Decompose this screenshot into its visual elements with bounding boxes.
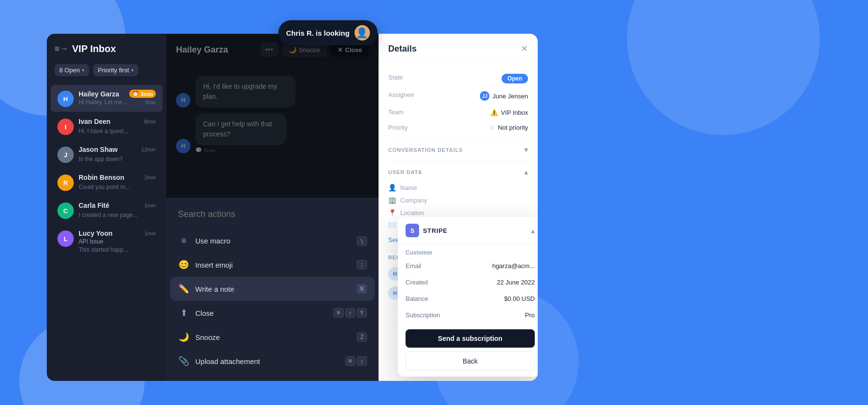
- list-item[interactable]: H Hailey Garza ⏰ 3min Hi Hailey. Let me.…: [51, 85, 163, 112]
- agent-avatar: 👤: [354, 25, 370, 40]
- team-name: VIP Inbox: [501, 109, 528, 116]
- open-count-filter[interactable]: 8 Open ▾: [54, 64, 89, 76]
- user-data-section: USER DATA ▴: [388, 161, 528, 179]
- sort-filter[interactable]: Priority first ▾: [93, 64, 138, 76]
- user-data-company: 🏢 Company: [388, 194, 528, 206]
- action-use-macro[interactable]: ≡ Use macro \: [170, 229, 375, 253]
- assignee-name: June Jensen: [492, 93, 528, 100]
- user-data-name: 👤 Name: [388, 181, 528, 194]
- chat-panel: Hailey Garza ••• 🌙 Snooze ✕ Close H Hi, …: [166, 34, 379, 381]
- tooltip-text: Chris R. is looking: [286, 29, 350, 37]
- details-header: Details ✕: [379, 34, 538, 62]
- avatar: R: [57, 175, 74, 191]
- chevron-down-icon: ▾: [131, 68, 134, 73]
- chevron-up-icon[interactable]: ▴: [524, 167, 528, 176]
- location-icon: 📍: [388, 209, 396, 216]
- stripe-logo: S: [406, 224, 419, 237]
- avatar: L: [57, 230, 74, 247]
- inbox-icon: ≡→: [54, 44, 68, 54]
- action-write-note[interactable]: ✏️ Write a note N: [170, 277, 375, 301]
- snooze-action-icon: 🌙: [178, 332, 190, 342]
- stripe-subscription-row: Subscription Pro: [398, 307, 538, 324]
- stripe-brand: STRIPE: [423, 227, 448, 234]
- warning-icon: ⚠️: [490, 108, 498, 116]
- back-button[interactable]: Back: [406, 351, 535, 371]
- sidebar: ≡→ VIP Inbox 8 Open ▾ Priority first ▾ H…: [47, 34, 166, 381]
- agent-looking-tooltip: Chris R. is looking 👤: [278, 20, 378, 45]
- stripe-header: S STRIPE ▴: [398, 217, 538, 244]
- stripe-email-row: Email hgarza@acm...: [398, 258, 538, 274]
- sidebar-header: ≡→ VIP Inbox: [47, 34, 166, 62]
- chevron-down-icon[interactable]: ▾: [524, 145, 528, 154]
- building-icon: 🏢: [388, 196, 396, 204]
- avatar: I: [57, 119, 74, 135]
- details-panel: Details ✕ State Open Assignee JJ June Je…: [379, 34, 538, 381]
- list-item[interactable]: I Ivan Deen 8min Hi, I have a quest...: [51, 113, 163, 140]
- conversation-details-section: CONVERSATION DETAILS ▾: [388, 139, 528, 157]
- stripe-customer-label: Customer: [398, 244, 538, 258]
- close-action-icon: ⬆: [178, 308, 190, 318]
- chevron-up-icon[interactable]: ▴: [531, 226, 535, 235]
- conv-info: Jason Shaw 12min Is the app down?: [79, 146, 156, 163]
- bg-blob-3: [627, 0, 820, 135]
- avatar: H: [57, 91, 74, 107]
- priority-value: Not priority: [498, 124, 528, 131]
- state-row: State Open: [388, 70, 528, 87]
- chevron-down-icon: ▾: [82, 68, 84, 73]
- stripe-actions: Send a subscription Back: [398, 324, 538, 377]
- upload-icon: 📎: [178, 356, 190, 366]
- details-close-button[interactable]: ✕: [521, 43, 528, 54]
- conversation-list: H Hailey Garza ⏰ 3min Hi Hailey. Let me.…: [47, 82, 166, 381]
- list-item[interactable]: J Jason Shaw 12min Is the app down?: [51, 141, 163, 168]
- conv-info: Ivan Deen 8min Hi, I have a quest...: [79, 118, 156, 135]
- avatar: J: [57, 147, 74, 163]
- priority-row: Priority ☆ Not priority: [388, 120, 528, 135]
- actions-overlay: ≡ Use macro \ 😊 Insert emoji :: [166, 34, 379, 381]
- assignee-avatar: JJ: [480, 91, 489, 101]
- emoji-icon: 😊: [178, 259, 190, 270]
- open-badge: Open: [502, 74, 528, 83]
- assignee-row: Assignee JJ June Jensen: [388, 87, 528, 105]
- team-row: Team ⚠️ VIP Inbox: [388, 105, 528, 120]
- star-icon: ☆: [489, 124, 495, 131]
- list-item[interactable]: L Lucy Yoon 1min API Issue This started …: [51, 225, 163, 258]
- app-container: ≡→ VIP Inbox 8 Open ▾ Priority first ▾ H…: [47, 34, 538, 381]
- conv-info: Carla Fité 1min I created a new page...: [79, 202, 156, 219]
- search-actions-input[interactable]: [170, 205, 375, 229]
- actions-panel: ≡ Use macro \ 😊 Insert emoji :: [166, 198, 379, 381]
- action-upload-attachment[interactable]: 📎 Upload attachement ⌘ ⇧: [170, 349, 375, 373]
- sidebar-filters: 8 Open ▾ Priority first ▾: [47, 62, 166, 82]
- person-icon: 👤: [388, 184, 396, 191]
- stripe-created-row: Created 22 June 2022: [398, 274, 538, 291]
- action-snooze[interactable]: 🌙 Snooze Z: [170, 325, 375, 349]
- stripe-popup: S STRIPE ▴ Customer Email hgarza@acm... …: [398, 217, 538, 377]
- conv-info: Lucy Yoon 1min API Issue This started ha…: [79, 230, 156, 254]
- list-item[interactable]: C Carla Fité 1min I created a new page..…: [51, 197, 163, 224]
- avatar: C: [57, 202, 74, 219]
- sidebar-title: VIP Inbox: [72, 43, 116, 54]
- email-icon: ✉️: [388, 221, 396, 229]
- note-icon: ✏️: [178, 284, 190, 294]
- send-subscription-button[interactable]: Send a subscription: [406, 329, 535, 348]
- details-title: Details: [388, 44, 417, 54]
- conv-info: Robin Benson 2min Could you point m...: [79, 174, 156, 191]
- list-item[interactable]: R Robin Benson 2min Could you point m...: [51, 169, 163, 196]
- action-insert-emoji[interactable]: 😊 Insert emoji :: [170, 253, 375, 277]
- macro-icon: ≡: [178, 236, 190, 246]
- stripe-balance-row: Balance $0.00 USD: [398, 291, 538, 307]
- priority-badge: ⏰ 3min: [129, 90, 156, 98]
- conv-info: Hailey Garza ⏰ 3min Hi Hailey. Let me...…: [79, 90, 156, 107]
- action-close[interactable]: ⬆ Close ⌘ ⇧ Y: [170, 301, 375, 325]
